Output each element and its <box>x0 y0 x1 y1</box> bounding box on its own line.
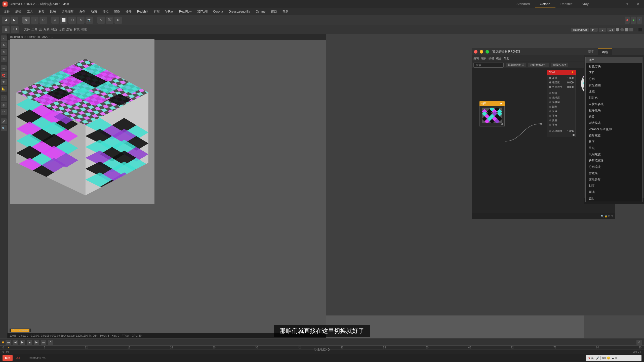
menu-character[interactable]: 角色 <box>77 9 88 14</box>
menu-file[interactable]: 文件 <box>1 9 12 14</box>
option-anchor[interactable]: 锚甲 <box>586 57 642 63</box>
menu-redshift[interactable]: Redshift <box>135 9 151 14</box>
sidebar-move[interactable]: ✥ <box>1 42 7 48</box>
toolbar-rotate[interactable]: ↻ <box>39 17 47 24</box>
toolbar-render-pic[interactable]: 🖼 <box>106 17 113 24</box>
menu-material[interactable]: 材质 <box>36 9 47 14</box>
sidebar-rotate[interactable]: ↻ <box>1 49 7 55</box>
render-tabs[interactable]: Standard Octane Redshift vray <box>511 0 594 8</box>
option-colorblock[interactable]: 彩色方块 <box>586 63 642 70</box>
option-rot-fractal[interactable]: 腐烂分形 <box>586 176 642 183</box>
option-circle-spiral[interactable]: 圆形螺旋 <box>586 132 642 139</box>
toolbar-move[interactable]: ✥ <box>22 17 30 24</box>
option-fan-spiral[interactable]: 风扇螺旋 <box>586 151 642 158</box>
menu-compare[interactable]: 比较 <box>48 9 59 14</box>
option-stripe[interactable]: 条纹 <box>586 114 642 120</box>
tab-redshift[interactable]: Redshift <box>555 0 578 8</box>
menu-extend[interactable]: 扩展 <box>151 9 162 14</box>
menu-bar[interactable]: 文件 编辑 工具 材质 比较 运动图形 角色 动画 模拟 渲染 插件 Redsh… <box>0 8 644 15</box>
toolbar-light[interactable]: ☀ <box>77 17 85 24</box>
sidebar-bend[interactable]: ⌒ <box>1 95 7 101</box>
node-close-dot[interactable] <box>474 50 477 54</box>
option-glow[interactable]: 发光圆圈 <box>586 82 642 88</box>
close-button[interactable]: ✕ <box>632 0 644 8</box>
toolbar-render[interactable]: ▷ <box>97 17 105 24</box>
node-menu-view[interactable]: 视图 <box>496 57 502 60</box>
tab-shading[interactable]: 着色 <box>598 48 612 55</box>
maximize-button[interactable]: □ <box>621 0 632 8</box>
node-menu-slot[interactable]: 插槽 <box>489 57 494 60</box>
toolbar-scale[interactable]: ⊡ <box>31 17 38 24</box>
toolbar2-val1[interactable]: 2 <box>599 28 606 32</box>
menu-plugin[interactable]: 插件 <box>123 9 134 14</box>
option-digital[interactable]: 数字 <box>586 139 642 145</box>
timeline-begin[interactable]: ⏮ <box>6 340 11 345</box>
sidebar-pen[interactable]: ✏ <box>1 65 7 71</box>
toolbar-z[interactable]: Z <box>637 17 642 24</box>
option-scratch[interactable]: 划痕 <box>586 183 642 189</box>
tab-vray[interactable]: vray <box>577 0 594 8</box>
option-brick[interactable]: 渐砖模式 <box>586 120 642 126</box>
menu-render[interactable]: 渲染 <box>111 9 123 14</box>
menu-tools[interactable]: 工具 <box>24 9 35 14</box>
toolbar-x[interactable]: X <box>625 17 630 24</box>
sidebar-scale[interactable]: ⇲ <box>1 56 7 62</box>
menu-animate[interactable]: 动画 <box>88 9 99 14</box>
tab-basic[interactable]: 基本 <box>584 48 598 55</box>
menu-simulate[interactable]: 模拟 <box>100 9 111 14</box>
sidebar-zoom[interactable]: 🔍 <box>1 125 7 131</box>
toolbar2-val2[interactable]: 1.6 <box>607 28 615 32</box>
node-menu-help[interactable]: 帮助 <box>504 57 509 60</box>
toolbar-undo[interactable]: ◀ <box>2 17 10 24</box>
timeline-stop[interactable]: ⏹ <box>27 340 32 345</box>
toolbar-camera[interactable]: 📷 <box>86 17 93 24</box>
toolbar2-icon1[interactable]: ⊞ <box>2 26 10 33</box>
sidebar-paint[interactable]: 🖌 <box>1 118 7 124</box>
sidebar-twist[interactable]: ◎ <box>1 102 7 108</box>
toolbar-redo[interactable]: ▶ <box>11 17 18 24</box>
viewport[interactable]: 1800*1800 ZOOM:%160 PAN:-81,- <box>8 34 326 338</box>
option-rain[interactable]: 雨滴 <box>586 189 642 195</box>
node-min-dot[interactable] <box>480 50 483 54</box>
option-rainbow[interactable]: 彩虹色 <box>586 95 642 101</box>
option-travel[interactable]: 旅行 <box>586 195 642 202</box>
timeline-prev[interactable]: ◀ <box>13 340 18 345</box>
timeline-next[interactable]: ▶ <box>34 340 39 345</box>
menu-octane[interactable]: Octane <box>253 9 268 14</box>
toolbar-y[interactable]: Y <box>631 17 636 24</box>
option-fractal-zoom[interactable]: 分形缩波 <box>586 164 642 170</box>
menu-3dtoall[interactable]: 3DToAll <box>195 9 210 14</box>
option-galaxy[interactable]: 星域 <box>586 145 642 151</box>
menu-window[interactable]: 窗口 <box>268 9 279 14</box>
option-fractal[interactable]: 分形 <box>586 76 642 82</box>
tab-octane[interactable]: Octane <box>535 0 555 8</box>
option-ice[interactable]: 冰感 <box>586 88 642 95</box>
get-active-mat-btn[interactable]: 获取激活材质 <box>506 63 526 67</box>
option-thunder[interactable]: 雷效果 <box>586 170 642 176</box>
timeline-play[interactable]: ▶ <box>20 340 25 345</box>
window-controls[interactable]: — □ ✕ <box>609 0 644 8</box>
node-search-input[interactable] <box>473 63 504 68</box>
minimize-button[interactable]: — <box>609 0 621 8</box>
menu-greyscale[interactable]: Greyscalegorilla <box>226 9 253 14</box>
type-dropdown[interactable]: 锚甲 彩色方块 薄片 分形 发光圆圈 冰感 彩虹色 云纹马赛克 程序效果 条纹 … <box>585 57 642 202</box>
option-cloud[interactable]: 云纹马赛克 <box>586 101 642 107</box>
sidebar-magnet[interactable]: 🧲 <box>1 72 7 78</box>
toolbar-cylinder[interactable]: ⬡ <box>68 17 76 24</box>
sidebar-eye[interactable]: 👁 <box>1 79 7 85</box>
timeline-loop[interactable]: ⟳ <box>48 340 53 345</box>
menu-realflow[interactable]: RealFlow <box>177 9 194 14</box>
timeline-view-toggle[interactable]: ⤢ <box>636 340 642 345</box>
toolbar2-hdr[interactable]: HDR/sRGB <box>571 28 589 32</box>
sidebar-select[interactable]: ↖ <box>1 35 7 41</box>
option-procedural[interactable]: 程序效果 <box>586 107 642 114</box>
menu-corona[interactable]: Corona <box>211 9 225 14</box>
tab-standard[interactable]: Standard <box>511 0 535 8</box>
option-voronoi[interactable]: Voronoi 平滑轮廓 <box>586 126 642 132</box>
render-aovs-btn[interactable]: 渲染AOVs <box>551 63 568 67</box>
node-max-dot[interactable] <box>486 50 489 54</box>
menu-mograph[interactable]: 运动图形 <box>59 9 76 14</box>
property-tabs[interactable]: 基本 着色 <box>584 48 644 55</box>
get-tag-btn[interactable]: 获取标签/对... <box>528 63 549 67</box>
menu-vray[interactable]: V-Ray <box>163 9 176 14</box>
